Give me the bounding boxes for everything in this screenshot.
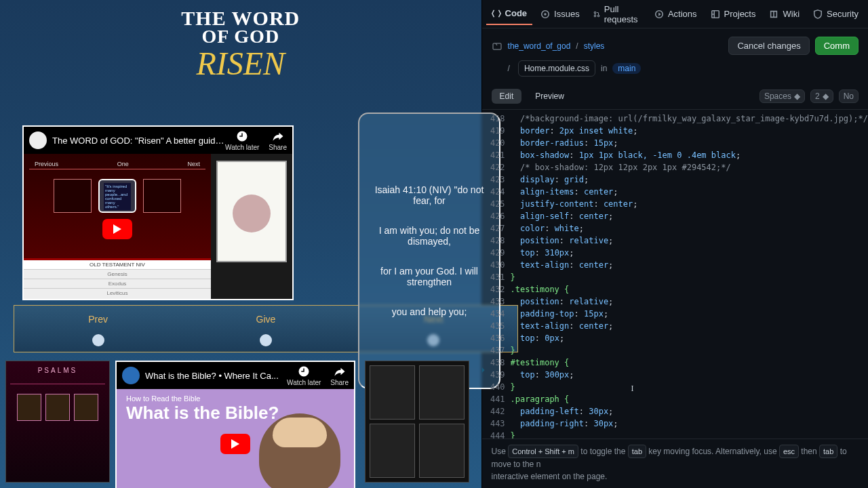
video-card-2[interactable]: What is the Bible? • Where It Ca... Watc… — [115, 361, 355, 488]
tab-wiki[interactable]: Wiki — [764, 3, 805, 24]
angel-icon — [92, 334, 104, 346]
commit-button[interactable]: Comm — [815, 37, 859, 55]
video1-header: The WORD of GOD: "Risen" A better guide.… — [24, 127, 292, 154]
gallery-thumbnail[interactable] — [365, 361, 469, 483]
tab-issues[interactable]: Issues — [535, 3, 585, 24]
title-risen: RISEN — [0, 45, 481, 82]
keyboard-hint: Use Control + Shift + m to toggle the ta… — [482, 439, 868, 488]
tab-security[interactable]: Security — [808, 3, 864, 24]
code-editor[interactable]: 418 419 420 421 422 423 424 425 426 427 … — [482, 110, 868, 439]
repo-tabs: Code Issues Pull requests Actions Projec… — [482, 0, 868, 28]
svg-point-4 — [597, 15, 599, 17]
scripture-line: I am with you; do not be dismayed, — [370, 225, 488, 247]
kbd: tab — [819, 445, 837, 458]
video1-title: The WORD of GOD: "Risen" A better guide.… — [52, 136, 225, 146]
tab-code[interactable]: Code — [486, 3, 533, 25]
nav-give[interactable]: Give — [256, 314, 276, 346]
code-content[interactable]: /*background-image: url(/frmilky_way_gal… — [511, 110, 868, 439]
kbd: esc — [779, 445, 799, 458]
svg-point-2 — [594, 12, 596, 14]
wrap-select[interactable]: No — [839, 89, 859, 103]
filename-input[interactable]: Home.module.css — [518, 60, 595, 77]
presenter-inset — [211, 154, 292, 299]
breadcrumb: the_word_of_god / styles Cancel changes … — [482, 28, 868, 58]
video2-title: What is the Bible? • Where It Ca... — [145, 371, 287, 381]
nav-prev[interactable]: Prev — [88, 314, 108, 346]
slide-thumb[interactable] — [143, 179, 181, 213]
tab-actions[interactable]: Actions — [649, 3, 703, 24]
cartoon-character — [259, 413, 340, 488]
scripture-card: Isaiah 41:10 (NIV) "do not fear, for I a… — [358, 113, 500, 389]
crumb-repo[interactable]: the_word_of_god — [508, 41, 571, 51]
scripture-line: Isaiah 41:10 (NIV) "do not fear, for — [370, 184, 488, 206]
svg-rect-7 — [493, 43, 501, 49]
video2-overlay: How to Read the Bible What is the Bible? — [126, 394, 279, 424]
subtab-edit[interactable]: Edit — [492, 89, 522, 104]
share-button[interactable]: Share — [330, 365, 349, 386]
video-card-1[interactable]: The WORD of GOD: "Risen" A better guide.… — [22, 125, 294, 300]
angel-icon — [260, 334, 272, 346]
video1-slide: Previous One Next "It's inspired many pe… — [24, 154, 211, 299]
editor-subtabs: Edit Preview Spaces ◆ 2 ◆ No — [482, 83, 868, 110]
text-cursor-icon: I — [631, 382, 634, 394]
scripture-line: you and help you; — [392, 306, 467, 317]
crumb-dir[interactable]: styles — [584, 41, 605, 51]
share-button[interactable]: Share — [269, 130, 287, 151]
indent-mode-select[interactable]: Spaces ◆ — [760, 89, 805, 103]
slide-thumb-selected[interactable]: "It's inspired many people...and confuse… — [98, 179, 136, 213]
psalms-thumbnail[interactable]: PSALMS — [5, 361, 110, 483]
tab-projects[interactable]: Projects — [705, 3, 762, 24]
page-title-block: THE WORD OF GOD RISEN — [0, 0, 481, 82]
indent-size-select[interactable]: 2 ◆ — [810, 89, 833, 103]
watch-later-button[interactable]: Watch later — [225, 130, 259, 151]
scripture-line: for I am your God. I will strengthen — [370, 266, 488, 287]
branch-pill[interactable]: main — [612, 63, 641, 74]
kbd: Control + Shift + m — [508, 445, 578, 458]
tab-pull-requests[interactable]: Pull requests — [588, 0, 646, 30]
ot-strip: OLD TESTAMENT NIV Genesis Exodus Levitic… — [24, 258, 211, 299]
video2-header: What is the Bible? • Where It Ca... Watc… — [117, 362, 354, 389]
slide-thumb[interactable] — [54, 179, 92, 213]
watch-later-button[interactable]: Watch later — [287, 365, 321, 386]
kbd: tab — [628, 445, 646, 458]
channel-avatar[interactable] — [122, 367, 140, 384]
line-gutter: 418 419 420 421 422 423 424 425 426 427 … — [482, 110, 511, 439]
play-button-icon[interactable] — [102, 219, 132, 239]
svg-point-3 — [594, 15, 596, 17]
site-preview-pane: THE WORD OF GOD RISEN The WORD of GOD: "… — [0, 0, 481, 488]
subtab-preview[interactable]: Preview — [527, 89, 572, 104]
github-editor-pane: Code Issues Pull requests Actions Projec… — [481, 0, 868, 488]
cancel-changes-button[interactable]: Cancel changes — [728, 37, 809, 55]
breadcrumb-file: / Home.module.css in main — [482, 58, 868, 83]
play-button-icon[interactable] — [220, 434, 250, 454]
channel-avatar[interactable] — [29, 131, 47, 149]
open-file-icon[interactable] — [492, 41, 502, 52]
svg-point-1 — [544, 13, 547, 16]
